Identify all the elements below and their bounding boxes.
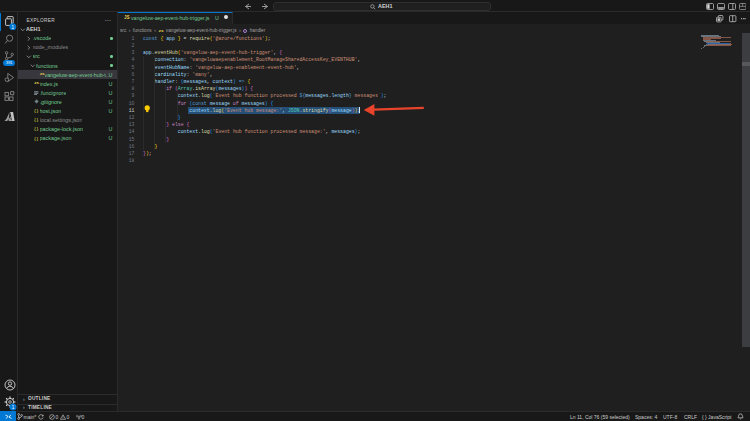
svg-text:1: 1 <box>12 405 15 410</box>
svg-text:1: 1 <box>11 24 14 29</box>
